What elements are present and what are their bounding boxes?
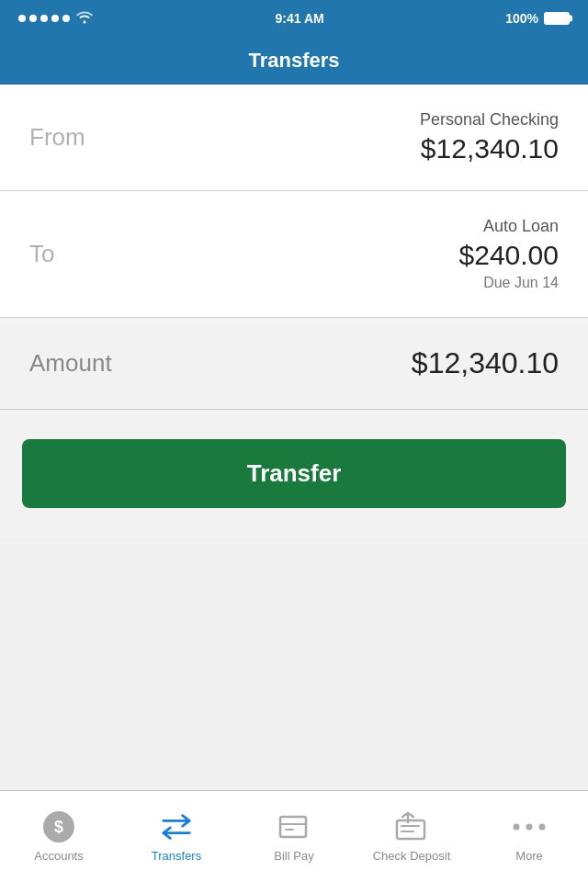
tab-checkdeposit[interactable]: Check Deposit [353,791,470,882]
battery-container [544,12,570,25]
svg-point-6 [539,824,546,831]
svg-rect-3 [397,820,424,839]
from-value: Personal Checking $12,340.10 [420,110,559,164]
tab-accounts[interactable]: $ Accounts [0,791,118,882]
billpay-icon [277,810,311,843]
signal-dot-4 [51,15,59,22]
from-account-amount: $12,340.10 [420,133,559,164]
status-right: 100% [505,11,570,26]
to-label: To [29,240,54,268]
tab-billpay[interactable]: Bill Pay [235,791,353,882]
to-value: Auto Loan $240.00 Due Jun 14 [459,217,559,291]
svg-rect-2 [280,817,306,837]
wifi-icon [75,9,94,28]
tab-transfers-label: Transfers [152,849,201,863]
signal-dot-2 [29,15,37,22]
from-account-name: Personal Checking [420,110,559,130]
status-left [18,9,94,28]
more-icon [513,810,546,843]
svg-text:$: $ [54,818,63,836]
page-title: Transfers [248,49,339,73]
from-row[interactable]: From Personal Checking $12,340.10 [0,85,588,191]
battery-fill [546,14,568,23]
signal-dots [18,15,70,22]
status-bar: 9:41 AM 100% [0,0,588,37]
tab-more-label: More [515,849,543,863]
signal-dot-5 [62,15,70,22]
tab-bar: $ Accounts Transfers Bill Pay [0,790,588,882]
amount-row[interactable]: Amount $12,340.10 [0,318,588,410]
button-area: Transfer [0,410,588,537]
nav-bar: Transfers [0,37,588,85]
tab-billpay-label: Bill Pay [274,849,313,863]
amount-label: Amount [29,349,112,378]
signal-dot-1 [18,15,26,22]
battery-icon [544,12,570,25]
accounts-icon: $ [42,810,75,843]
transfer-button[interactable]: Transfer [22,439,566,508]
amount-value: $12,340.10 [412,346,559,380]
to-account-amount: $240.00 [459,240,559,271]
to-due-date: Due Jun 14 [459,275,559,291]
tab-checkdeposit-label: Check Deposit [373,849,451,863]
battery-percent: 100% [505,11,538,26]
svg-point-5 [526,824,533,831]
tab-accounts-label: Accounts [34,849,83,863]
tab-more[interactable]: More [470,791,588,882]
svg-point-4 [514,824,520,831]
to-account-name: Auto Loan [459,217,559,236]
status-time: 9:41 AM [276,11,324,26]
to-row[interactable]: To Auto Loan $240.00 Due Jun 14 [0,191,588,318]
signal-dot-3 [40,15,48,22]
tab-transfers[interactable]: Transfers [118,791,235,882]
from-label: From [29,123,85,152]
checkdeposit-icon [395,810,428,843]
transfers-icon [160,810,193,843]
